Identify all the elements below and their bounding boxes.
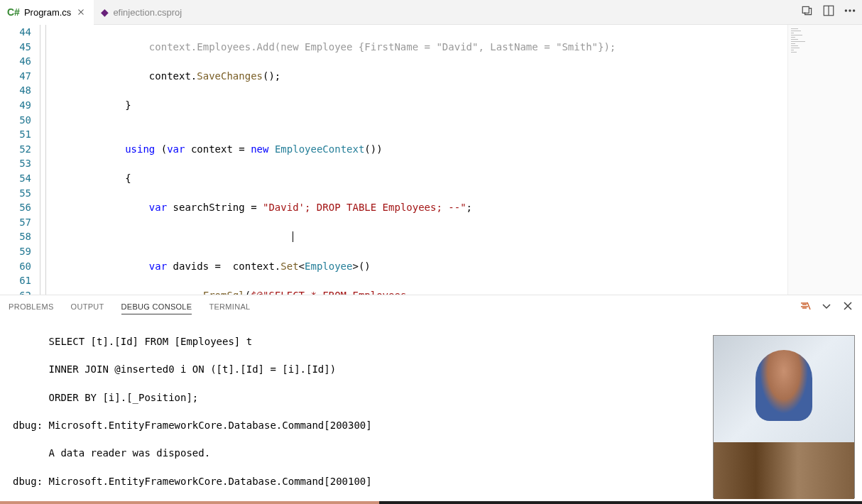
code-line: var davids = context.Set<Employee>()	[53, 259, 785, 274]
tab-label: Program.cs	[24, 7, 71, 18]
line-number: 53	[0, 156, 31, 171]
text-cursor	[293, 231, 293, 242]
line-number: 47	[0, 69, 31, 84]
code-line: .FromSql($@"SELECT * FROM Employees	[53, 288, 785, 295]
code-line: context.SaveChanges();	[53, 69, 785, 84]
code-line: var searchString = "David'; DROP TABLE E…	[53, 200, 785, 215]
line-number: 50	[0, 113, 31, 128]
split-editor-icon[interactable]	[822, 4, 835, 20]
tab-label: efinjection.csproj	[113, 7, 182, 18]
webcam-overlay[interactable]	[713, 335, 855, 498]
line-number: 56	[0, 200, 31, 215]
webcam-feed-bottom	[714, 442, 854, 499]
svg-point-3	[845, 9, 847, 11]
tab-debug-console[interactable]: DEBUG CONSOLE	[121, 300, 192, 314]
line-number: 54	[0, 171, 31, 186]
compare-changes-icon[interactable]	[801, 4, 814, 20]
csproj-icon: ◆	[101, 6, 109, 18]
line-number: 58	[0, 229, 31, 244]
collapse-icon[interactable]	[821, 300, 832, 313]
svg-point-4	[849, 9, 851, 11]
line-number: 49	[0, 98, 31, 113]
svg-rect-0	[802, 6, 809, 13]
clear-console-icon[interactable]	[800, 300, 811, 313]
tab-terminal[interactable]: TERMINAL	[209, 300, 250, 314]
line-number: 57	[0, 215, 31, 230]
line-number: 44	[0, 25, 31, 40]
line-number: 46	[0, 54, 31, 69]
person-silhouette	[755, 350, 812, 421]
line-gutter: 44 45 46 47 48 49 50 51 52 53 54 55 56 5…	[0, 25, 37, 295]
line-number: 62	[0, 288, 31, 295]
line-number: 55	[0, 186, 31, 201]
line-number: 51	[0, 127, 31, 142]
svg-point-5	[853, 9, 855, 11]
line-number: 52	[0, 142, 31, 157]
code-line	[53, 229, 785, 244]
panel-actions	[800, 300, 853, 313]
webcam-feed-top	[714, 336, 854, 442]
tab-problems[interactable]: PROBLEMS	[9, 300, 54, 314]
line-number: 61	[0, 273, 31, 288]
code-line: }	[53, 98, 785, 113]
more-actions-icon[interactable]	[844, 4, 856, 20]
minimap[interactable]: ▬▬▬▬▬▬▬▬▬▬▬▬▬▬▬▬▬▬▬▬▬▬▬▬▬▬▬▬▬▬▬▬▬▬▬▬▬▬▬▬…	[787, 25, 862, 295]
tab-program-cs[interactable]: C# Program.cs	[0, 0, 94, 25]
close-panel-icon[interactable]	[842, 300, 853, 313]
line-number: 48	[0, 83, 31, 98]
code-line: using (var context = new EmployeeContext…	[53, 142, 785, 157]
minimap-preview: ▬▬▬▬▬▬▬▬▬▬▬▬▬▬▬▬▬▬▬▬▬▬▬▬▬▬▬▬▬▬▬▬▬▬▬▬▬▬▬▬…	[788, 25, 862, 56]
fold-guides	[37, 25, 53, 295]
video-progress-fill	[0, 501, 379, 504]
line-number: 60	[0, 259, 31, 274]
csharp-icon: C#	[7, 6, 20, 18]
editor-tab-bar: C# Program.cs ◆ efinjection.csproj	[0, 0, 862, 25]
code-line: context.Employees.Add(new Employee {Firs…	[53, 41, 616, 53]
close-icon[interactable]	[75, 6, 87, 18]
video-progress-bar[interactable]	[0, 501, 862, 504]
svg-line-6	[807, 302, 810, 309]
tab-efinjection-csproj[interactable]: ◆ efinjection.csproj	[94, 0, 189, 25]
panel-tab-bar: PROBLEMS OUTPUT DEBUG CONSOLE TERMINAL	[0, 295, 862, 318]
tab-output[interactable]: OUTPUT	[71, 300, 104, 314]
code-line: {	[53, 171, 785, 186]
editor-title-actions	[801, 4, 856, 20]
code-editor[interactable]: 44 45 46 47 48 49 50 51 52 53 54 55 56 5…	[0, 25, 862, 295]
code-content[interactable]: context.Employees.Add(new Employee {Firs…	[53, 25, 785, 295]
line-number: 45	[0, 40, 31, 55]
line-number: 59	[0, 244, 31, 259]
